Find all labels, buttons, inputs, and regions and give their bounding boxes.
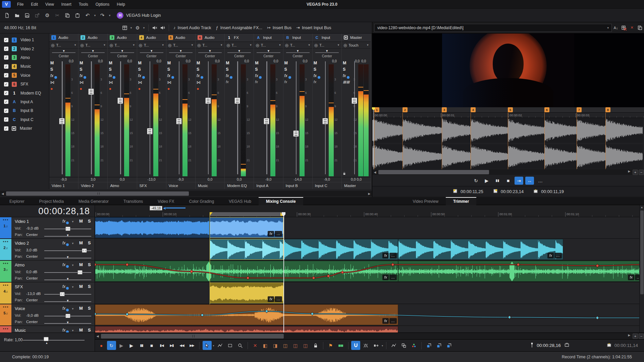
trimmer-waveform[interactable] (372, 118, 644, 169)
track-visible-checkbox[interactable]: ✓ (4, 55, 8, 60)
solo-button[interactable]: S (138, 67, 146, 73)
track-fx-button[interactable]: fx (62, 284, 65, 289)
chevron-down-icon[interactable]: ▼ (71, 264, 74, 267)
fx-automation-button[interactable]: fx (314, 80, 322, 86)
fx-button[interactable]: fx (255, 73, 263, 80)
track-visible-checkbox[interactable]: ✓ (4, 64, 8, 69)
vol-slider[interactable] (44, 229, 91, 229)
rate-slider-thumb[interactable] (44, 337, 49, 341)
pan-mode-row[interactable]: ◎T...▼ (254, 42, 283, 49)
chevron-down-icon[interactable]: ▼ (71, 307, 74, 310)
track-visible-checkbox[interactable]: ✓ (4, 100, 8, 104)
mute-button[interactable]: M (50, 61, 58, 67)
track-fx-button[interactable]: fx (62, 262, 65, 267)
chevron-down-icon[interactable]: ▼ (71, 220, 74, 223)
timeline-ruler[interactable]: 00:00:0000:00:1000:00:2000:00:3000:00:40… (95, 212, 644, 217)
trimmer-marker-5[interactable]: 5 (508, 107, 513, 112)
record-arm-button[interactable]: ● (109, 86, 117, 93)
record-arm-button[interactable]: ● (167, 86, 175, 93)
trim-start-button[interactable]: ◧ (261, 341, 270, 350)
fx-button[interactable]: fx (284, 73, 292, 80)
mute-button[interactable]: M (167, 61, 175, 67)
open-project-icon[interactable] (13, 11, 21, 20)
pan-mode-row[interactable]: ◎T...▼ (137, 42, 166, 49)
auto-ripple-button[interactable]: ▾ (371, 341, 380, 350)
track-menu-dots[interactable]: ●●● (3, 284, 9, 287)
zoom-in-icon[interactable]: + (633, 334, 638, 339)
pan-slider[interactable]: ▼ (137, 49, 166, 54)
pan-slider[interactable]: ▼ (49, 49, 78, 54)
tab-transitions[interactable]: Transitions (116, 197, 150, 205)
pan-slider[interactable]: ▼ (108, 49, 137, 54)
envelope-edit-tool-button[interactable] (215, 341, 224, 350)
mute-button[interactable]: M (79, 61, 88, 67)
audio-event[interactable]: fx… (95, 261, 398, 282)
event-fx-button[interactable]: fx… (382, 318, 397, 324)
envelope-node[interactable] (508, 315, 511, 319)
play-button[interactable]: ▶ (482, 177, 491, 185)
track-fx-button[interactable]: fx (62, 328, 65, 333)
scroll-left-icon[interactable]: ◀ (95, 335, 100, 338)
pan-mode-row[interactable]: ◎T...▼ (313, 42, 341, 49)
pan-mode-row[interactable]: ◎Touch▼ (342, 42, 371, 49)
vol-slider[interactable] (44, 316, 91, 316)
volume-fader[interactable] (147, 61, 153, 174)
fx-automation-button[interactable]: fx (255, 80, 263, 86)
track-fx-button[interactable]: fx (62, 241, 65, 245)
track-colors-button[interactable] (410, 341, 419, 350)
loop-playback-button[interactable]: ↻ (107, 341, 116, 350)
track-header-atmo[interactable]: ●●●3♫Atmofx▼MSVol:0,0 dBPan:Center▼ (0, 261, 95, 282)
menu-item-view[interactable]: View (42, 0, 58, 9)
track-mute-button[interactable]: M (79, 262, 83, 267)
pan-mode-row[interactable]: ◎T...▼ (166, 42, 195, 49)
selection-edit-tool-button[interactable] (225, 341, 234, 350)
selectively-paste-attributes-button[interactable] (435, 341, 444, 350)
tab-vegas-hub[interactable]: VEGAS Hub (221, 197, 259, 205)
menu-item-insert[interactable]: Insert (58, 0, 75, 9)
undo-dropdown[interactable]: ▾ (93, 14, 97, 17)
mixer-view-icon[interactable] (121, 24, 129, 32)
track-mute-button[interactable]: M (79, 284, 83, 289)
insert-audio-track-button[interactable]: ♪Insert Audio Track (173, 25, 211, 30)
pan-mode-row[interactable]: ◎T...▼ (225, 42, 254, 49)
track-header-music[interactable]: ●●●6♫Musicfx▼MS (0, 326, 95, 333)
chevron-down-icon[interactable]: ▼ (366, 44, 369, 47)
fx-button[interactable]: fx (50, 73, 58, 80)
pan-mode-row[interactable]: ◎T...▼ (78, 42, 107, 49)
cursor-time-display[interactable]: 00:00:28,18 (0, 205, 95, 217)
copy-icon[interactable] (63, 11, 72, 20)
insert-input-bus-button[interactable]: ⇥Insert Input Bus (296, 25, 331, 30)
scroll-right-icon[interactable]: ▶ (367, 192, 372, 195)
downmix-button[interactable]: ▦▦ (343, 80, 351, 86)
track-solo-button[interactable]: S (88, 284, 91, 289)
fx-button[interactable]: fx (79, 73, 88, 80)
chevron-down-icon[interactable]: ▼ (249, 44, 252, 47)
chevron-down-icon[interactable]: ▼ (162, 44, 164, 47)
mute-button[interactable]: M (109, 61, 117, 67)
scroll-right-icon[interactable]: ▶ (627, 334, 632, 339)
redo-dropdown[interactable]: ▾ (107, 14, 112, 17)
track-visible-checkbox[interactable]: ✓ (4, 126, 8, 131)
record-button[interactable]: ● (97, 341, 106, 350)
mixer-list-item-music[interactable]: ✓4Music (0, 62, 49, 71)
solo-button[interactable]: S (167, 67, 175, 73)
record-arm-button[interactable]: ● (138, 86, 146, 93)
trim-end-button[interactable]: ◨ (271, 341, 280, 350)
lock-event-button[interactable] (311, 341, 320, 350)
audio-event[interactable]: fx… (210, 217, 283, 238)
track-visible-checkbox[interactable]: ✓ (4, 47, 8, 51)
mixer-view-dropdown[interactable]: ▾ (129, 26, 133, 29)
delete-button[interactable]: ✕ (251, 341, 260, 350)
trimmer-scrollbar[interactable]: ◀ ▶ + − (372, 169, 644, 175)
mute-button[interactable]: M (197, 61, 205, 67)
solo-button[interactable]: S (314, 67, 322, 73)
audio-event[interactable]: fx… (398, 239, 563, 260)
mixer-list-item-input-b[interactable]: ✓BInput B (0, 106, 49, 115)
slide-button[interactable]: ◫ (301, 341, 310, 350)
tab-mixing-console[interactable]: Mixing Console (259, 197, 303, 205)
chevron-down-icon[interactable]: ▼ (71, 242, 74, 245)
transport-cursor-time[interactable]: 00:00:28,16 (537, 343, 560, 348)
track-menu-dots[interactable]: ●●● (3, 262, 9, 265)
track-menu-dots[interactable]: ●●● (3, 305, 9, 308)
fx-button[interactable]: fx (343, 73, 351, 80)
